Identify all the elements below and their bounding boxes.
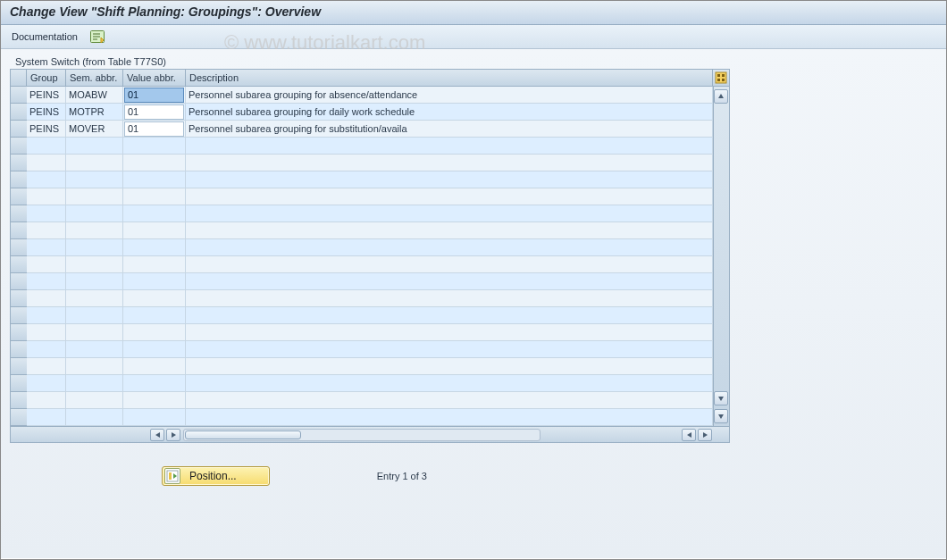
row-selector[interactable] (11, 341, 27, 358)
svg-rect-9 (722, 79, 725, 81)
cell-group (27, 375, 66, 391)
row-selector[interactable] (11, 104, 27, 121)
row-selector[interactable] (11, 392, 27, 409)
row-selector[interactable] (11, 375, 27, 392)
table-row[interactable] (27, 307, 713, 324)
vertical-scrollbar[interactable] (713, 87, 729, 426)
cell-value[interactable] (123, 324, 186, 340)
cell-value[interactable]: 01 (123, 121, 186, 137)
table-row[interactable] (27, 138, 713, 155)
table-row[interactable] (27, 358, 713, 375)
row-selector[interactable] (11, 205, 27, 222)
cell-group (27, 290, 66, 306)
cell-group (27, 341, 66, 357)
grid-header: Group Sem. abbr. Value abbr. Description (11, 70, 729, 87)
row-selector[interactable] (11, 222, 27, 239)
column-header-group[interactable]: Group (27, 70, 66, 86)
column-header-selector[interactable] (11, 70, 27, 86)
documentation-icon[interactable] (90, 29, 105, 44)
scroll-right-end-icon[interactable] (698, 429, 712, 441)
column-header-desc[interactable]: Description (186, 70, 713, 86)
row-selector[interactable] (11, 155, 27, 171)
row-selector[interactable] (11, 358, 27, 375)
row-selector[interactable] (11, 256, 27, 273)
cell-group (27, 138, 66, 154)
column-header-sem[interactable]: Sem. abbr. (66, 70, 123, 86)
horizontal-scrollbar[interactable] (11, 426, 729, 442)
table-row[interactable] (27, 375, 713, 392)
table-row[interactable] (27, 324, 713, 341)
cell-description: Personnel subarea grouping for substitut… (186, 121, 713, 137)
table-row[interactable] (27, 290, 713, 307)
row-selector[interactable] (11, 87, 27, 104)
table-row[interactable] (27, 155, 713, 171)
column-header-val[interactable]: Value abbr. (123, 70, 186, 86)
scroll-left-end-icon[interactable] (682, 429, 696, 441)
scroll-up-icon[interactable] (714, 89, 728, 104)
cell-value[interactable] (123, 171, 186, 188)
hscroll-track[interactable] (183, 429, 541, 441)
svg-marker-13 (155, 432, 160, 438)
table-row[interactable] (27, 188, 713, 205)
table-row[interactable] (27, 239, 713, 256)
row-selector[interactable] (11, 307, 27, 324)
cell-value[interactable] (123, 358, 186, 374)
table-row[interactable]: PEINSMOTPR01Personnel subarea grouping f… (27, 104, 713, 121)
cell-value[interactable]: 01 (123, 104, 186, 120)
position-icon (164, 468, 180, 484)
row-selector[interactable] (11, 121, 27, 138)
table-row[interactable] (27, 205, 713, 222)
scroll-left-icon[interactable] (150, 429, 164, 441)
scroll-right-icon[interactable] (166, 429, 180, 441)
row-selector[interactable] (11, 239, 27, 256)
scroll-down-bottom-icon[interactable] (714, 409, 728, 423)
row-selector[interactable] (11, 290, 27, 307)
cell-description: Personnel subarea grouping for daily wor… (186, 104, 713, 120)
hscroll-thumb[interactable] (185, 430, 301, 439)
cell-value[interactable] (123, 205, 186, 221)
cell-value[interactable] (123, 256, 186, 272)
cell-group (27, 205, 66, 221)
table-row[interactable] (27, 256, 713, 273)
row-selector[interactable] (11, 171, 27, 188)
table-row[interactable] (27, 409, 713, 426)
cell-value[interactable] (123, 138, 186, 154)
position-button[interactable]: Position... (162, 466, 270, 486)
row-selector[interactable] (11, 324, 27, 341)
cell-group (27, 256, 66, 272)
row-selector[interactable] (11, 138, 27, 155)
svg-marker-14 (172, 432, 176, 438)
table-row[interactable] (27, 392, 713, 409)
cell-sem (66, 358, 123, 374)
cell-value[interactable] (123, 239, 186, 255)
table-row[interactable]: PEINSMOVER01Personnel subarea grouping f… (27, 121, 713, 138)
grid-panel: System Switch (from Table T77S0) Group S… (10, 56, 730, 443)
row-selector[interactable] (11, 409, 27, 426)
cell-value[interactable] (123, 155, 186, 171)
row-selector[interactable] (11, 273, 27, 290)
cell-value[interactable] (123, 222, 186, 238)
position-button-label: Position... (189, 470, 237, 482)
cell-value[interactable] (123, 409, 186, 425)
cell-value[interactable]: 01 (123, 87, 186, 103)
cell-value[interactable] (123, 341, 186, 357)
cell-group (27, 222, 66, 238)
row-selector[interactable] (11, 188, 27, 205)
scroll-down-icon[interactable] (714, 391, 728, 405)
table-settings-icon[interactable] (713, 70, 729, 86)
documentation-label[interactable]: Documentation (12, 31, 78, 42)
table-row[interactable]: PEINSMOABW01Personnel subarea grouping f… (27, 87, 713, 104)
table-row[interactable] (27, 171, 713, 188)
table-row[interactable] (27, 273, 713, 290)
cell-value[interactable] (123, 273, 186, 289)
cell-value[interactable] (123, 188, 186, 205)
row-selector-column (11, 87, 27, 426)
cell-sem (66, 324, 123, 340)
cell-value[interactable] (123, 392, 186, 408)
table-row[interactable] (27, 341, 713, 358)
cell-description (186, 290, 713, 306)
table-row[interactable] (27, 222, 713, 239)
cell-value[interactable] (123, 375, 186, 391)
cell-value[interactable] (123, 290, 186, 306)
cell-value[interactable] (123, 307, 186, 323)
